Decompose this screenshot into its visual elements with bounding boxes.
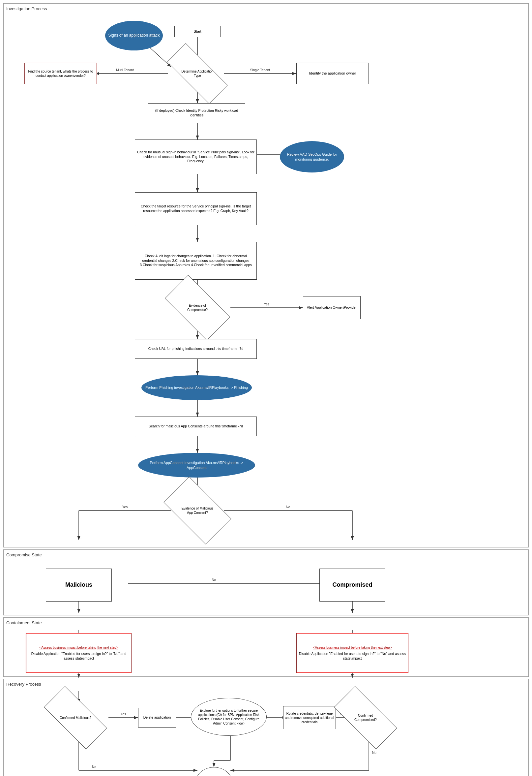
svg-text:No: No bbox=[212, 578, 216, 582]
recovery-label: Recovery Process bbox=[6, 682, 526, 687]
compromise-label: Compromise State bbox=[6, 552, 526, 557]
containment-left-box: <Assess business impact before taking th… bbox=[26, 633, 131, 673]
determine-app-type-diamond: Determine Application Type bbox=[168, 60, 227, 87]
check-identity-protection-box: (If deployed) Check Identity Protection … bbox=[148, 103, 245, 123]
investigation-label: Investigation Process bbox=[6, 6, 526, 11]
confirmed-malicious-diamond: Confirmed Malicious? bbox=[46, 703, 105, 733]
compromised-box: Compromised bbox=[319, 569, 385, 602]
investigation-section: Investigation Process Multi Tenant Sin bbox=[3, 3, 529, 548]
review-aad-secops-box: Review AAD SecOps Guide for monitoring g… bbox=[280, 141, 344, 173]
page: Investigation Process Multi Tenant Sin bbox=[0, 0, 532, 776]
signs-attack-box: Signs of an application attack bbox=[105, 21, 163, 50]
check-target-resource-box: Check the target resource for the Servic… bbox=[135, 192, 257, 225]
check-ual-box: Check UAL for phishing indications arrou… bbox=[135, 339, 257, 359]
svg-text:Yes: Yes bbox=[120, 712, 126, 716]
containment-right-box: <Assess business impact before taking th… bbox=[296, 633, 409, 673]
evidence-compromise-diamond: Evidence of Compromise? bbox=[168, 291, 227, 324]
check-unusual-signin-box: Check for unusual sign-in behaviour in "… bbox=[135, 140, 257, 174]
svg-text:Single Tenant: Single Tenant bbox=[250, 68, 270, 72]
containment-label: Containment State bbox=[6, 620, 526, 625]
find-source-tenant-box: Find the source tenant, whats the proces… bbox=[24, 63, 97, 84]
containment-section: Containment State <Assess business impac… bbox=[3, 617, 529, 677]
compromise-section: Compromise State No Malicious bbox=[3, 549, 529, 615]
svg-text:Yes: Yes bbox=[264, 303, 269, 306]
alert-app-owner-box: Alert Application Owner\Provider bbox=[303, 296, 360, 319]
malicious-box: Malicious bbox=[46, 569, 112, 602]
rotate-credentials-box: Rotate credentials, de- privilege and re… bbox=[283, 706, 336, 729]
recovery-section: Recovery Process Yes bbox=[3, 679, 529, 776]
confirmed-compromised-diamond: Confirmed Compromised? bbox=[336, 703, 395, 733]
perform-appconsent-box: Perform AppConsent Investigation Aka.ms/… bbox=[138, 453, 255, 477]
perform-phishing-box: Perform Phishing investigation Aka.ms/IR… bbox=[142, 375, 252, 400]
svg-text:Multi Tenant: Multi Tenant bbox=[116, 68, 134, 72]
start-box: Start bbox=[174, 26, 221, 37]
evidence-malicious-diamond: Evidence of Malicious App Consent? bbox=[168, 493, 227, 529]
identify-app-owner-box: Identify the application owner bbox=[296, 63, 369, 84]
explore-further-box: Explore further options to further secur… bbox=[191, 698, 267, 736]
svg-text:No: No bbox=[286, 505, 290, 509]
svg-text:No: No bbox=[372, 751, 376, 755]
search-malicious-box: Search for malicious App Consents around… bbox=[135, 416, 257, 436]
svg-text:Yes: Yes bbox=[122, 505, 127, 509]
check-audit-logs-box: Check Audit logs for changes to applicat… bbox=[135, 242, 257, 280]
delete-application-box: Delete application bbox=[138, 708, 176, 728]
svg-text:No: No bbox=[92, 765, 96, 769]
